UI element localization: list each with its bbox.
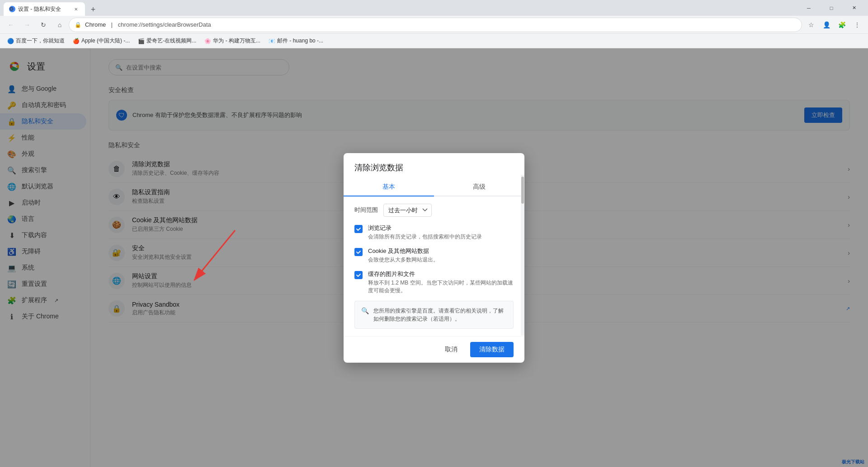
reload-button[interactable]: ↻	[36, 18, 51, 32]
cancel-button[interactable]: 取消	[438, 342, 465, 357]
back-button[interactable]: ←	[4, 18, 18, 32]
dialog-scrollbar-thumb[interactable]	[521, 177, 524, 204]
bookmark-item-baidu[interactable]: 🔵 百度一下，你就知道	[4, 35, 68, 47]
home-button[interactable]: ⌂	[52, 18, 67, 32]
cache-checkbox-desc: 释放不到 1.2 MB 空间。当您下次访问时，某些网站的加载速度可能会更慢。	[368, 279, 514, 294]
dialog-tab-advanced[interactable]: 高级	[434, 178, 524, 196]
dialog-tab-strip: 基本 高级	[344, 178, 524, 196]
bookmark-favicon-apple: 🍎	[73, 38, 80, 44]
dialog-actions: 取消 清除数据	[344, 336, 524, 363]
lock-icon: 🔒	[75, 22, 81, 28]
forward-button[interactable]: →	[20, 18, 34, 32]
bookmark-favicon-iqiyi: 🎬	[138, 38, 145, 44]
bookmark-label-mail: 邮件 - huang bo -...	[277, 37, 323, 45]
title-bar: ⚙ 设置 - 隐私和安全 ✕ + ─ □ ✕	[0, 0, 868, 16]
url-chrome-label: Chrome	[85, 21, 106, 28]
browser-frame: ⚙ 设置 - 隐私和安全 ✕ + ─ □ ✕ ← → ↻ ⌂ 🔒 Chrome …	[0, 0, 868, 467]
cookies-checkbox[interactable]	[354, 248, 363, 256]
extension-button[interactable]: 🧩	[835, 18, 849, 32]
bookmark-label-baidu: 百度一下，你就知道	[16, 37, 65, 45]
window-controls: ─ □ ✕	[798, 1, 864, 15]
bookmark-label-apple: Apple (中国大陆) -...	[81, 37, 130, 45]
cookies-checkbox-label: Cookie 及其他网站数据	[368, 247, 439, 255]
profile-button[interactable]: 👤	[819, 18, 834, 32]
dialog-scrollbar-track	[521, 175, 524, 336]
nav-action-buttons: ☆ 👤 🧩 ⋮	[804, 18, 864, 32]
history-checkbox[interactable]	[354, 225, 363, 233]
cache-checkbox-label: 缓存的图片和文件	[368, 270, 514, 278]
checkbox-item-history[interactable]: 浏览记录 会清除所有历史记录，包括搜索框中的历史记录	[354, 224, 514, 241]
address-bar[interactable]: 🔒 Chrome | chrome://settings/clearBrowse…	[69, 18, 802, 32]
history-checkbox-desc: 会清除所有历史记录，包括搜索框中的历史记录	[368, 233, 482, 241]
main-area: 设置 👤 您与 Google 🔑 自动填充和密码 🔒 隐私和安全 ⚡ 性能 🎨 …	[0, 48, 868, 467]
bookmark-label-iqiyi: 爱奇艺-在线视频网...	[146, 37, 196, 45]
search-engine-notice: 🔍 您所用的搜索引擎是百度。请查看它的相关说明，了解如何删除您的搜索记录（若适用…	[354, 301, 514, 329]
tab-favicon: ⚙	[9, 6, 15, 12]
time-range-label: 时间范围	[354, 206, 378, 214]
tab-close-button[interactable]: ✕	[72, 5, 80, 13]
search-notice-text: 您所用的搜索引擎是百度。请查看它的相关说明，了解如何删除您的搜索记录（若适用）。	[373, 307, 507, 323]
bookmark-label-huawei: 华为 - 构建万物互...	[213, 37, 260, 45]
maximize-button[interactable]: □	[821, 1, 842, 15]
close-button[interactable]: ✕	[844, 1, 864, 15]
cache-checkbox[interactable]	[354, 271, 363, 279]
bookmark-item-mail[interactable]: 📧 邮件 - huang bo -...	[265, 35, 327, 47]
bookmarks-bar: 🔵 百度一下，你就知道 🍎 Apple (中国大陆) -... 🎬 爱奇艺-在线…	[0, 34, 868, 48]
bookmark-item-apple[interactable]: 🍎 Apple (中国大陆) -...	[69, 35, 133, 47]
nav-bar: ← → ↻ ⌂ 🔒 Chrome | chrome://settings/cle…	[0, 16, 868, 34]
cookies-checkbox-desc: 会致使您从大多数网站退出。	[368, 256, 439, 264]
dialog-tab-basic[interactable]: 基本	[344, 178, 434, 196]
history-checkbox-label: 浏览记录	[368, 224, 482, 232]
search-notice-icon: 🔍	[361, 307, 369, 314]
bookmark-item-iqiyi[interactable]: 🎬 爱奇艺-在线视频网...	[134, 35, 200, 47]
bookmark-item-huawei[interactable]: 🌸 华为 - 构建万物互...	[201, 35, 264, 47]
bookmark-button[interactable]: ☆	[804, 18, 818, 32]
dialog-content: 时间范围 过去一小时 过去24小时 过去7天 过去4周 全部时间	[344, 196, 524, 336]
minimize-button[interactable]: ─	[798, 1, 819, 15]
tab-strip: ⚙ 设置 - 隐私和安全 ✕ +	[4, 0, 795, 16]
new-tab-button[interactable]: +	[87, 3, 99, 16]
clear-browser-data-dialog: 清除浏览数据 基本 高级 时间范围 过去一小时 过去24小	[344, 153, 524, 363]
url-separator: |	[109, 21, 114, 28]
modal-overlay[interactable]: 清除浏览数据 基本 高级 时间范围 过去一小时 过去24小	[0, 48, 868, 467]
checkbox-item-cookies[interactable]: Cookie 及其他网站数据 会致使您从大多数网站退出。	[354, 247, 514, 264]
url-path: chrome://settings/clearBrowserData	[118, 21, 211, 28]
checkbox-item-cache[interactable]: 缓存的图片和文件 释放不到 1.2 MB 空间。当您下次访问时，某些网站的加载速…	[354, 270, 514, 294]
bookmark-favicon-huawei: 🌸	[204, 38, 211, 44]
time-range-select[interactable]: 过去一小时 过去24小时 过去7天 过去4周 全部时间	[383, 204, 432, 217]
active-tab[interactable]: ⚙ 设置 - 隐私和安全 ✕	[4, 2, 85, 16]
tab-title: 设置 - 隐私和安全	[18, 5, 70, 13]
clear-data-button[interactable]: 清除数据	[470, 342, 514, 357]
dialog-title: 清除浏览数据	[344, 153, 524, 178]
bookmark-favicon-baidu: 🔵	[7, 38, 14, 44]
menu-button[interactable]: ⋮	[850, 18, 864, 32]
bookmark-favicon-mail: 📧	[269, 38, 275, 44]
time-range-row: 时间范围 过去一小时 过去24小时 过去7天 过去4周 全部时间	[354, 204, 514, 217]
